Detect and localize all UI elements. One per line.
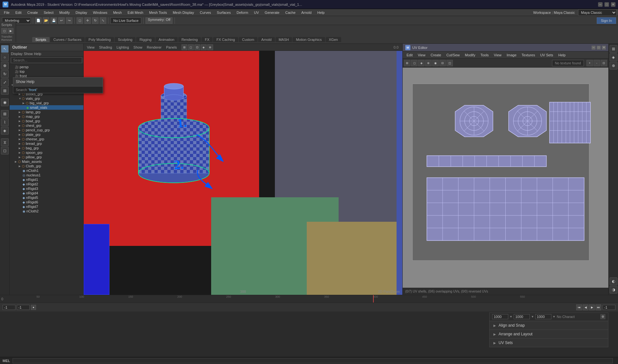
uv-zoom-in[interactable]: + — [586, 60, 593, 66]
accordion-arrange-layout-header[interactable]: ▶ Arrange and Layout — [490, 330, 608, 338]
tree-item-ncloth2[interactable]: ◉nCloth2 — [10, 209, 83, 213]
vp-icon5[interactable]: ⊕ — [207, 44, 213, 50]
rotate-icon[interactable]: ↻ — [92, 17, 98, 24]
outliner-display-menu[interactable]: Display — [11, 52, 23, 56]
uv-menu-tools[interactable]: Tools — [478, 52, 492, 58]
universal-tool-btn[interactable]: ⊞ — [1, 87, 9, 95]
menu-surfaces[interactable]: Surfaces — [214, 10, 233, 15]
tree-item-cloth-grp[interactable]: ▶⬡Cloth_grp — [10, 164, 83, 168]
close-button[interactable]: ✕ — [611, 2, 615, 7]
accordion-uv-sets-header[interactable]: ▶ UV Sets — [490, 339, 608, 347]
menu-curves[interactable]: Curves — [197, 10, 214, 15]
play-btn[interactable]: ▶ — [589, 304, 595, 310]
menu-mesh-display[interactable]: Mesh Display — [170, 10, 197, 15]
shelf-tab-rendering[interactable]: Rendering — [178, 37, 201, 42]
select-tool-btn[interactable]: ↖ — [1, 45, 9, 53]
shelf-tab-scripts[interactable]: Scripts — [32, 37, 50, 42]
autokey-btn[interactable]: ● — [31, 305, 36, 310]
move-tool-btn[interactable]: ⊕ — [1, 62, 9, 70]
viewport-canvas[interactable]: 1. 2. 2D Pan/Zoom — [84, 51, 402, 295]
shelf-tab-rigging[interactable]: Rigging — [136, 37, 154, 42]
no-live-surface[interactable]: No Live Surface — [110, 17, 141, 24]
vp-icon4[interactable]: ◈ — [201, 44, 207, 50]
shelf-tab-poly[interactable]: Poly Modeling — [85, 37, 114, 42]
accordion-align-snap-header[interactable]: ▶ Align and Snap — [490, 321, 608, 330]
lasso-tool-btn[interactable]: ○ — [1, 53, 9, 61]
uv-tool-1[interactable]: ⊞ — [404, 60, 410, 66]
tree-item-nrigid6[interactable]: ◆nRigid6 — [10, 200, 83, 204]
outliner-show-menu[interactable]: Show — [24, 52, 33, 56]
menu-file[interactable]: File — [1, 10, 12, 15]
timeline[interactable]: 0 50 100 150 200 250 300 350 400 450 500… — [0, 295, 618, 303]
uv-menu-image[interactable]: Image — [504, 52, 519, 58]
tree-item-map-grp[interactable]: ▶⬡map_grp — [10, 114, 83, 119]
tree-item-nrigid2[interactable]: ◆nRigid2 — [10, 182, 83, 186]
tree-item-bread-grp[interactable]: ▶⬡bread_grp — [10, 141, 83, 146]
outliner-help-menu[interactable]: Help — [34, 52, 42, 56]
uv-menu-create[interactable]: Create — [428, 52, 444, 58]
uv-tool-3[interactable]: ◈ — [418, 60, 425, 66]
undo-icon[interactable]: ↩ — [58, 17, 65, 24]
open-file-icon[interactable]: 📂 — [43, 17, 49, 24]
menu-edit-mesh[interactable]: Edit Mesh — [125, 10, 146, 15]
vp-show-menu[interactable]: Show — [132, 45, 145, 49]
uv-minimize-btn[interactable]: ─ — [592, 46, 595, 50]
minimize-button[interactable]: ─ — [598, 2, 603, 7]
vp-icon2[interactable]: ◻ — [188, 44, 194, 50]
menu-create[interactable]: Create — [25, 10, 41, 15]
vp-lighting-menu[interactable]: Lighting — [115, 45, 131, 49]
uv-field-2[interactable] — [514, 314, 530, 319]
select-icon[interactable]: ◻ — [77, 17, 83, 24]
shelf-tab-fxcaching[interactable]: FX Caching — [213, 37, 238, 42]
rotate-tool-btn[interactable]: ↻ — [1, 70, 9, 78]
snap-point-btn[interactable]: ◈ — [1, 127, 9, 135]
shelf-tab-arnold[interactable]: Arnold — [258, 37, 275, 42]
sign-in-button[interactable]: Sign In — [597, 17, 616, 24]
next-frame-btn[interactable]: ⏭ — [595, 304, 601, 310]
render-region-btn[interactable]: ◻ — [1, 147, 9, 154]
uv-field-3[interactable] — [535, 314, 551, 319]
menu-mesh[interactable]: Mesh — [110, 10, 124, 15]
vp-panels-menu[interactable]: Panels — [164, 45, 179, 49]
tree-item-lamp-grp[interactable]: ▶⬡lamp_grp — [10, 110, 83, 114]
shelf-tab-animation[interactable]: Animation — [155, 37, 178, 42]
mel-input[interactable] — [13, 358, 613, 363]
uv-tool-6[interactable]: ⊟ — [439, 60, 446, 66]
tree-item-pencil-cup-grp[interactable]: ▶⬡pencil_cup_grp — [10, 128, 83, 132]
tree-item-nrigid7[interactable]: ◆nRigid7 — [10, 204, 83, 209]
soft-select-btn[interactable]: ◉ — [1, 98, 9, 106]
history-btn[interactable]: ⧖ — [1, 138, 9, 146]
scale-icon[interactable]: ⤡ — [100, 17, 106, 24]
uv-canvas[interactable] — [403, 68, 608, 288]
menu-mesh-tools[interactable]: Mesh Tools — [146, 10, 169, 15]
new-file-icon[interactable]: 📄 — [35, 17, 42, 24]
tree-item-spoon-grp[interactable]: ▶⬡spoon_grp — [10, 150, 83, 155]
shelf-tab-custom[interactable]: Custom — [239, 37, 258, 42]
uv-tool-5[interactable]: ◉ — [432, 60, 439, 66]
vp-shading-menu[interactable]: Shading — [97, 45, 114, 49]
uv-close-btn[interactable]: ✕ — [602, 46, 606, 50]
uv-menu-modify[interactable]: Modify — [462, 52, 478, 58]
shelf-tab-mash[interactable]: MASH — [276, 37, 292, 42]
tree-item-main-assets[interactable]: ▶⬡Main_assets — [10, 159, 83, 164]
uv-menu-view[interactable]: View — [415, 52, 428, 58]
vp-icon3[interactable]: ⊡ — [194, 44, 200, 50]
tree-item-cheese-grp[interactable]: ▶⬡cheese_grp — [10, 137, 83, 141]
snap-curve-btn[interactable]: ⌇ — [1, 118, 9, 126]
shelf-tab-sculpting[interactable]: Sculpting — [115, 37, 136, 42]
tree-item-nrigid3[interactable]: ◆nRigid3 — [10, 186, 83, 191]
menu-arnold[interactable]: Arnold — [299, 10, 314, 15]
tree-item-plate-grp[interactable]: ▶⬡plate_grp — [10, 132, 83, 137]
uv-menu-uvsets[interactable]: UV Sets — [538, 52, 556, 58]
play-back-btn[interactable]: ◀ — [583, 304, 588, 310]
uv-menu-textures[interactable]: Textures — [519, 52, 538, 58]
menu-modify[interactable]: Modify — [57, 10, 72, 15]
maximize-button[interactable]: □ — [604, 2, 609, 7]
tree-item-ncloth1[interactable]: ◉nCloth1 — [10, 168, 83, 173]
tree-item-bowl-grp[interactable]: ▶⬡bowl_grp — [10, 119, 83, 123]
shelf-tab-curves[interactable]: Curves / Surfaces — [50, 37, 85, 42]
tree-item-vials-grp[interactable]: ▼⬡vials_grp — [10, 96, 83, 101]
snap-grid-btn[interactable]: ⊞ — [1, 110, 9, 118]
scripts-icon1[interactable]: ◻ — [1, 28, 7, 34]
shelf-tab-xgen[interactable]: XGen — [326, 37, 341, 42]
